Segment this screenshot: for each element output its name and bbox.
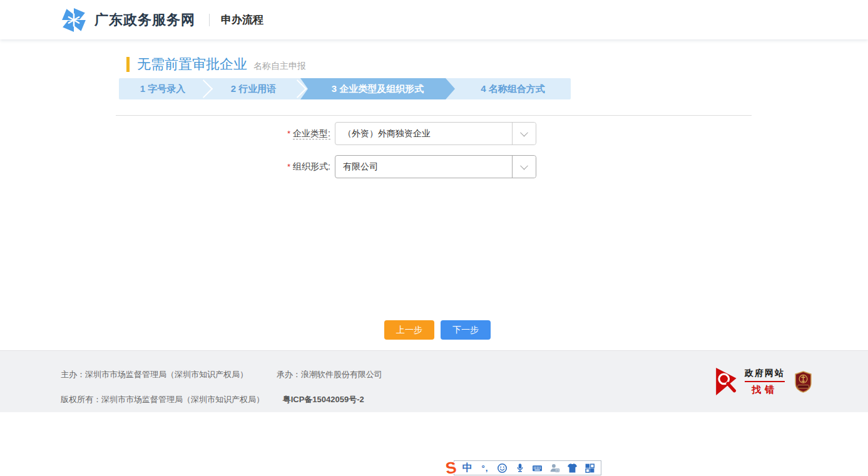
chevron-down-icon [520,162,528,170]
enterprise-type-dropdown-button[interactable] [512,123,536,144]
chinese-mode-icon[interactable]: 中 [462,463,472,473]
brand-name[interactable]: 广东政务服务网 [94,11,195,29]
organization-form-select[interactable]: 有限公司 [335,155,536,178]
footer-badges: 政府网站 找错 [715,367,812,396]
enterprise-type-label: *企业类型: [116,128,334,139]
ime-toolbar: S 中 °, [446,460,601,475]
account-icon[interactable] [549,463,560,473]
enterprise-type-value: （外资）外商独资企业 [335,123,512,144]
step-progress-bar: 1 字号录入 2 行业用语 3 企业类型及组织形式 4 名称组合方式 [119,78,571,99]
site-header: 广东政务服务网 申办流程 [0,0,868,39]
toolbox-grid-icon[interactable] [585,463,595,473]
footer-icp-number[interactable]: 粤ICP备15042059号-2 [283,395,364,404]
footer-host: 主办：深圳市市场监督管理局（深圳市知识产权局） [61,370,248,379]
gov-site-find-error-badge[interactable]: 政府网站 找错 [715,367,785,396]
ime-toolbar-box: 中 °, [454,460,601,475]
brand-pinwheel-icon [61,7,87,33]
footer-undertaker: 承办：浪潮软件股份有限公司 [277,370,382,379]
form-actions: 上一步 下一步 [116,320,752,340]
find-error-magnifier-icon [715,367,741,396]
find-error-texts: 政府网站 找错 [745,368,785,396]
enterprise-form: *企业类型: （外资）外商独资企业 *组织形式: 有限公司 [116,122,752,178]
find-error-title: 政府网站 [745,368,785,382]
chevron-down-icon [520,129,528,137]
form-row-enterprise-type: *企业类型: （外资）外商独资企业 [116,122,752,145]
sogou-logo-icon[interactable]: S [444,460,457,476]
emoji-icon[interactable] [497,463,508,473]
organization-form-dropdown-button[interactable] [512,156,536,178]
nav-apply-flow[interactable]: 申办流程 [221,13,263,27]
organization-form-label: *组织形式: [116,161,334,173]
required-mark: * [287,129,290,138]
find-error-subtitle: 找错 [745,384,785,396]
header-divider [209,14,210,26]
step-3-enterprise-type[interactable]: 3 企业类型及组织形式 [300,78,455,99]
previous-step-button[interactable]: 上一步 [384,320,434,340]
organization-form-value: 有限公司 [335,156,512,178]
security-shield-badge-icon[interactable] [795,371,812,393]
footer-copyright: 版权所有：深圳市市场监督管理局（深圳市知识产权局） [61,395,264,404]
title-accent-bar [126,57,130,72]
next-step-button[interactable]: 下一步 [441,320,491,340]
required-mark: * [287,162,290,171]
page-title: 无需前置审批企业 [137,55,247,74]
soft-keyboard-icon[interactable] [532,463,543,473]
punctuation-mode-icon[interactable]: °, [479,463,490,473]
content-divider [116,115,752,116]
skin-tshirt-icon[interactable] [567,463,578,473]
enterprise-type-select[interactable]: （外资）外商独资企业 [335,122,536,145]
step-2-industry-terms[interactable]: 2 行业用语 [207,78,300,99]
page-subtitle: 名称自主申报 [253,57,306,72]
step-1-company-name[interactable]: 1 字号录入 [119,78,207,99]
form-row-organization-form: *组织形式: 有限公司 [116,155,752,178]
main-content: 无需前置审批企业 名称自主申报 1 字号录入 2 行业用语 3 企业类型及组织形… [116,39,752,340]
page-title-row: 无需前置审批企业 名称自主申报 [116,55,752,74]
site-footer: 主办：深圳市市场监督管理局（深圳市知识产权局） 承办：浪潮软件股份有限公司 版权… [0,350,868,412]
step-4-name-combination[interactable]: 4 名称组合方式 [455,78,571,99]
voice-input-icon[interactable] [514,463,525,473]
